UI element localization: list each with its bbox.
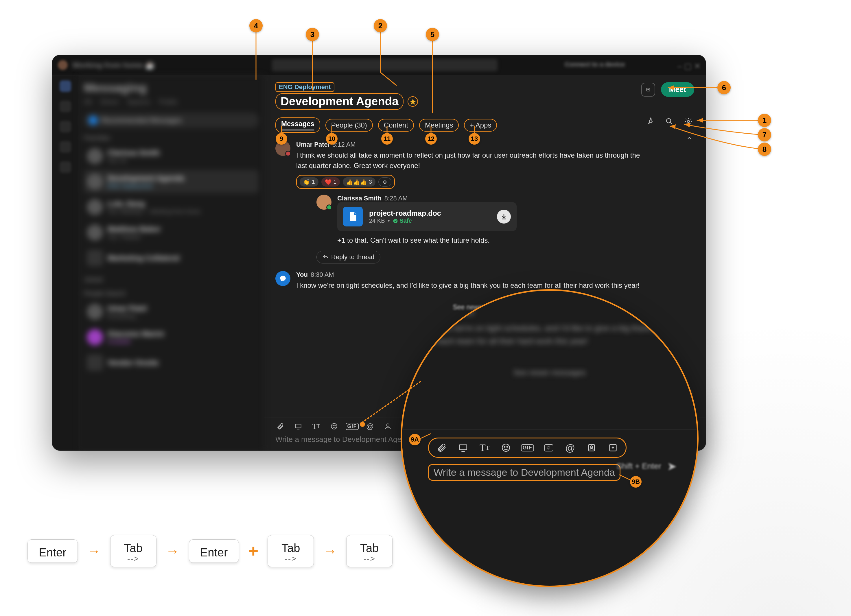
rail-meetings-icon[interactable]	[60, 141, 71, 153]
annotation-13: 13	[469, 133, 480, 144]
annotation-11: 11	[381, 133, 393, 144]
svg-point-8	[387, 424, 389, 426]
bitmoji-icon[interactable]	[383, 421, 393, 431]
section-people: People Search	[84, 290, 259, 297]
zoom-lens: You 8:30 AM I know we're on tight schedu…	[401, 289, 699, 587]
file-safe-badge: Safe	[393, 218, 412, 224]
svg-point-5	[331, 424, 337, 429]
mention-icon[interactable]: @	[564, 441, 576, 454]
search-icon[interactable]	[663, 116, 675, 127]
sidebar-item[interactable]: Giacomo MariniAvailable	[84, 326, 259, 349]
annotation-9B: 9B	[630, 476, 642, 488]
sidebar-heading: Messaging	[84, 81, 259, 95]
svg-point-17	[590, 446, 592, 448]
titlebar: Working from home ☕ Connect to a device …	[52, 55, 706, 75]
lens-blur-text: I know we're on tight schedules, and I'd…	[428, 322, 671, 348]
plus-icon: +	[248, 546, 258, 556]
tab-people[interactable]: People (30)	[325, 119, 373, 132]
sidebar-item[interactable]: Marketing Collateral	[84, 246, 259, 269]
sidebar-item-selected[interactable]: Development AgendaENG Deployment	[84, 170, 259, 193]
add-reaction-icon[interactable]: ☺	[378, 177, 391, 186]
window-controls[interactable]: – ▢ ✕	[677, 61, 701, 71]
annotation-10: 10	[326, 133, 338, 144]
reaction[interactable]: 👍👍👍3	[343, 177, 376, 186]
reaction[interactable]: ❤️1	[321, 177, 340, 186]
reply-to-thread-button[interactable]: Reply to thread	[316, 251, 380, 263]
reactions-bar: 👏1 ❤️1 👍👍👍3 ☺	[296, 175, 395, 189]
mention-icon[interactable]: @	[365, 421, 375, 431]
sidebar-item[interactable]: Umar PatelEverything…	[84, 300, 259, 323]
profile-avatar[interactable]	[58, 60, 68, 70]
person-icon[interactable]	[585, 441, 598, 454]
thread: Clarissa Smith8:28 AM project-roadmap.do…	[316, 195, 694, 245]
sidebar-item[interactable]: Vendor Onsite	[84, 351, 259, 374]
tab-meetings[interactable]: Meetings	[419, 119, 459, 132]
tab-content[interactable]: Content	[378, 119, 414, 132]
lens-send-area: Shift + Enter ➤	[616, 460, 677, 473]
format-icon[interactable]: TT	[311, 421, 321, 431]
gif-icon[interactable]: GIF	[347, 421, 357, 431]
collapse-icon[interactable]: ⌃	[686, 136, 693, 144]
team-breadcrumb[interactable]: ENG Deployment	[275, 82, 334, 92]
svg-point-7	[335, 425, 335, 426]
meet-button[interactable]: Meet	[661, 82, 694, 97]
recommended-row[interactable]: Recommended Messages	[84, 113, 259, 128]
sidebar-item[interactable]: Matthew BakerYou: Thanks!	[84, 221, 259, 244]
connect-device[interactable]: Connect to a device	[565, 61, 625, 68]
tab-messages[interactable]: Messages	[275, 117, 320, 133]
key-sequence: Enter → Tab--> → Enter + Tab--> → Tab-->	[27, 535, 392, 567]
gif-icon[interactable]: GIF	[521, 441, 534, 454]
key-enter: Enter	[189, 539, 239, 563]
rail-calling-icon[interactable]	[60, 121, 71, 132]
attach-icon[interactable]	[275, 421, 285, 431]
rail-more-icon[interactable]	[60, 161, 71, 173]
annotation-6: 6	[717, 81, 731, 94]
view-space-button[interactable]	[641, 83, 655, 96]
annotation-3: 3	[306, 28, 319, 41]
lens-compose-toolbar: TT GIF ☺ @	[428, 437, 627, 458]
reaction[interactable]: 👏1	[300, 177, 319, 186]
key-tab: Tab-->	[110, 535, 156, 567]
rail-messaging-icon[interactable]	[60, 80, 71, 92]
tab-apps[interactable]: + Apps	[464, 119, 497, 132]
send-icon[interactable]: ➤	[667, 460, 677, 473]
section-joined: Joined	[84, 276, 259, 283]
lens-compose-input[interactable]: Write a message to Development Agenda	[428, 464, 621, 481]
connector-dot	[360, 422, 365, 427]
tabs-row: Messages People (30) Content Meetings + …	[264, 113, 706, 135]
message-self: You8:30 AM I know we're on tight schedul…	[275, 271, 694, 291]
annotation-8: 8	[758, 143, 771, 156]
favorite-star-icon[interactable]: ★	[407, 96, 418, 107]
gear-icon[interactable]	[683, 116, 694, 127]
message-text: I think we should all take a moment to r…	[296, 150, 643, 171]
message-text: I know we're on tight schedules, and I'd…	[296, 280, 643, 291]
message: Umar Patel8:12 AM I think we should all …	[275, 141, 694, 263]
emoji-icon[interactable]	[499, 441, 512, 454]
global-search[interactable]	[272, 59, 498, 71]
pin-icon[interactable]	[645, 116, 656, 127]
filter-direct[interactable]: Direct	[101, 98, 119, 106]
rail-teams-icon[interactable]	[60, 101, 71, 112]
download-icon[interactable]	[497, 210, 511, 224]
attachment-card[interactable]: project-roadmap.doc 24 KB • Safe	[337, 202, 517, 231]
screen-capture-icon[interactable]	[293, 421, 303, 431]
sidebar-item[interactable]: Lola JiangYou: Meeting — Working from ho…	[84, 195, 259, 219]
add-app-icon[interactable]	[607, 441, 619, 454]
self-avatar-icon[interactable]	[275, 271, 290, 286]
attach-icon[interactable]	[435, 441, 448, 454]
filter-all[interactable]: All	[84, 98, 92, 106]
filter-spaces[interactable]: Spaces	[127, 98, 150, 106]
emoji-icon[interactable]	[329, 421, 339, 431]
format-icon[interactable]: TT	[478, 441, 491, 454]
svg-point-1	[666, 119, 671, 123]
screen-capture-icon[interactable]	[457, 441, 469, 454]
svg-point-15	[507, 446, 508, 448]
filter-public[interactable]: Public	[159, 98, 177, 106]
key-enter: Enter	[27, 539, 78, 563]
sidebar-item[interactable]: Clarissa SmithYou: Hi	[84, 144, 259, 168]
author-name: You	[296, 271, 308, 278]
sticker-icon[interactable]: ☺	[542, 441, 555, 454]
annotation-5: 5	[426, 28, 439, 41]
avatar[interactable]	[316, 195, 331, 210]
section-favorites: Favorites	[84, 134, 259, 142]
